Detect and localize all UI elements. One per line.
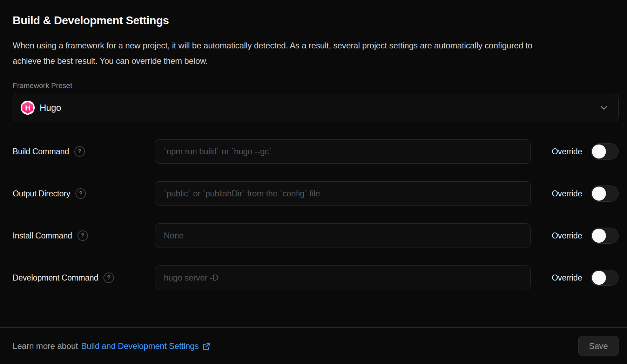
development-command-override-toggle[interactable] [591, 270, 619, 286]
install-command-override-toggle[interactable] [591, 228, 619, 244]
question-circle-icon[interactable]: ? [74, 146, 85, 157]
framework-preset-select[interactable]: H Hugo [13, 94, 619, 121]
learn-more-link[interactable]: Build and Development Settings [81, 341, 210, 351]
save-button[interactable]: Save [578, 336, 619, 356]
question-circle-icon[interactable]: ? [103, 272, 114, 283]
override-label: Override [552, 231, 582, 241]
toggle-knob [592, 229, 606, 243]
install-command-input[interactable] [155, 223, 531, 248]
build-command-input[interactable] [155, 139, 531, 164]
build-command-label: Build Command [13, 147, 69, 156]
output-directory-row: Output Directory ? Override [13, 181, 619, 206]
development-command-row: Development Command ? Override [13, 265, 619, 290]
settings-rows: Build Command ? Override Output Director… [13, 139, 619, 290]
override-label: Override [552, 273, 582, 283]
build-settings-panel: Build & Development Settings When using … [0, 0, 627, 290]
install-command-label: Install Command [13, 231, 72, 241]
toggle-knob [592, 144, 606, 159]
build-command-override-toggle[interactable] [591, 143, 619, 160]
toggle-knob [592, 187, 606, 201]
output-directory-override-toggle[interactable] [591, 186, 619, 202]
development-command-input[interactable] [155, 265, 531, 290]
override-label: Override [552, 189, 582, 198]
panel-footer: Learn more about Build and Development S… [0, 327, 627, 364]
development-command-label: Development Command [13, 273, 98, 283]
framework-preset-label: Framework Preset [13, 81, 619, 90]
question-circle-icon[interactable]: ? [75, 188, 86, 199]
toggle-knob [592, 271, 606, 285]
build-command-row: Build Command ? Override [13, 139, 619, 164]
output-directory-label: Output Directory [13, 189, 70, 198]
output-directory-input[interactable] [155, 181, 531, 206]
page-title: Build & Development Settings [13, 13, 619, 28]
chevron-down-icon [599, 102, 609, 113]
learn-more-prefix: Learn more about [13, 341, 78, 351]
page-description: When using a framework for a new project… [13, 38, 533, 69]
override-label: Override [552, 147, 582, 156]
install-command-row: Install Command ? Override [13, 223, 619, 248]
hugo-logo-icon: H [21, 101, 35, 115]
learn-more: Learn more about Build and Development S… [13, 341, 210, 351]
question-circle-icon[interactable]: ? [77, 230, 88, 241]
framework-selected-value: Hugo [40, 102, 61, 113]
external-link-icon [202, 342, 210, 351]
